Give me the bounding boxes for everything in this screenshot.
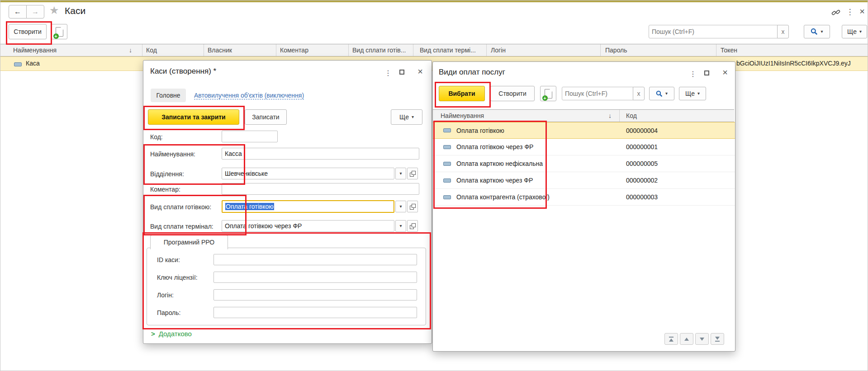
column-header-login[interactable]: Логін [487, 44, 601, 56]
branch-dropdown-button[interactable]: ▾ [395, 168, 406, 179]
dialog-kebab-icon[interactable]: ⋮ [384, 68, 393, 78]
select-button[interactable]: Вибрати [439, 86, 485, 101]
move-down-button[interactable] [695, 333, 709, 345]
column-header-cash-payment[interactable]: Вид сплати готів... [349, 44, 413, 56]
catalog-item-icon [443, 145, 451, 149]
code-field[interactable] [222, 131, 278, 142]
tab-auto-removal-link[interactable]: Автовилучення об'єктів (виключення) [194, 92, 304, 99]
list-item-counterparty-insurance[interactable]: Оплата контрагента (страхової) 000000003 [433, 189, 735, 206]
column-header-terminal-payment[interactable]: Вид сплати термі... [413, 44, 487, 56]
dialog-close-icon[interactable]: × [415, 66, 425, 77]
triangle-down-icon [700, 338, 704, 341]
name-field[interactable]: Касса [222, 148, 419, 160]
terminal-payment-field[interactable]: Оплата готівкою через ФР [222, 220, 394, 232]
open-form-icon [410, 171, 416, 177]
tab-main-label: Головне [156, 92, 180, 99]
main-more-button[interactable]: Ще ▾ [842, 25, 867, 38]
column-header-password[interactable]: Пароль [601, 44, 716, 56]
dropdown-icon: ▾ [412, 115, 414, 119]
picker-create-button[interactable]: Створити [490, 86, 535, 101]
terminal-payment-dropdown-button[interactable]: ▾ [395, 220, 406, 232]
save-and-close-button[interactable]: Записати та закрити [148, 109, 239, 125]
cash-payment-field-value: Оплата готівкою [225, 203, 274, 210]
picker-column-header-name[interactable]: Найменування ↓ [433, 110, 620, 122]
window-menu-kebab-icon[interactable]: ⋮ [845, 6, 854, 18]
create-button-label: Створити [14, 28, 41, 35]
picker-search-clear-button[interactable]: x [633, 87, 645, 100]
rro-license-key-label: Ключ ліцензії: [157, 274, 198, 281]
column-header-code[interactable]: Код [142, 44, 204, 56]
main-search-input[interactable] [652, 28, 774, 35]
main-table-header: Найменування ↓ Код Власник Коментар Вид … [0, 44, 868, 56]
picker-more-button[interactable]: Ще ▾ [679, 87, 706, 100]
column-header-label: Коментар [280, 47, 308, 54]
row-token-cell: bGciOiJIUzI1NiIsInR5cCI6IkpXVCJ9.eyJ [736, 60, 851, 67]
column-header-comment[interactable]: Коментар [276, 44, 349, 56]
window-close-icon[interactable]: × [857, 5, 867, 17]
tab-software-rro[interactable]: Програмний РРО [150, 235, 228, 249]
open-form-icon [410, 204, 416, 210]
list-item-card-nonfiscal[interactable]: Оплата карткою нефіскальна 000000005 [433, 155, 735, 172]
list-item-cash-via-fr[interactable]: Оплата готівкою через ФР 000000001 [433, 139, 735, 155]
dialog-more-button[interactable]: Ще ▾ [391, 109, 422, 125]
search-clear-button[interactable]: x [777, 25, 789, 38]
catalog-item-icon [443, 178, 451, 183]
cash-payment-open-button[interactable] [407, 201, 418, 212]
rro-login-field[interactable] [213, 289, 417, 301]
picker-search-options-button[interactable]: ▾ [649, 87, 674, 100]
terminal-payment-open-button[interactable] [407, 220, 418, 232]
terminal-payment-field-value: Оплата готівкою через ФР [225, 222, 302, 230]
move-to-bottom-button[interactable] [711, 333, 724, 345]
branch-open-button[interactable] [407, 168, 418, 179]
move-to-top-button[interactable] [664, 333, 678, 345]
picker-table-header: Найменування ↓ Код [433, 109, 734, 122]
triangle-down-icon [715, 337, 720, 340]
dialog-maximize-icon[interactable] [399, 70, 404, 75]
app-window: ← → ★ Каси ⋮ × Створити x ▾ Ще ▾ На [0, 0, 868, 371]
get-link-icon[interactable] [830, 7, 842, 19]
picker-copy-item-button[interactable] [540, 86, 556, 101]
expand-additional-label: Додатково [159, 330, 192, 338]
branch-field[interactable]: Шевченківське [222, 168, 394, 179]
picker-column-header-code[interactable]: Код [620, 110, 734, 122]
name-field-label: Найменування: [150, 150, 195, 158]
sort-desc-icon: ↓ [608, 112, 612, 119]
column-header-name[interactable]: Найменування ↓ [0, 44, 142, 56]
move-up-button[interactable] [680, 333, 693, 345]
cash-payment-dropdown-button[interactable]: ▾ [395, 201, 406, 212]
picker-search-input[interactable] [565, 90, 630, 97]
column-header-label: Логін [491, 47, 506, 54]
top-accent-bar [0, 0, 868, 2]
picker-search-field[interactable] [562, 87, 633, 100]
expand-additional-link[interactable]: > Додатково [151, 330, 192, 338]
forward-button[interactable]: → [26, 5, 44, 19]
clear-icon: x [782, 28, 785, 35]
bar-icon [715, 341, 720, 342]
picker-maximize-icon[interactable] [704, 70, 709, 75]
create-button[interactable]: Створити [9, 24, 47, 39]
picker-close-icon[interactable]: × [720, 66, 730, 78]
search-options-button[interactable]: ▾ [804, 25, 830, 38]
payment-types-picker-window: Види оплат послуг ⋮ × Вибрати Створити x… [432, 61, 735, 352]
copy-item-button[interactable] [51, 24, 67, 39]
list-item-card-via-fr[interactable]: Оплата карткою через ФР 000000002 [433, 172, 735, 189]
rro-password-field[interactable] [213, 307, 417, 318]
dropdown-icon: ▾ [821, 29, 823, 34]
list-item-code: 000000001 [626, 143, 658, 150]
back-button[interactable]: ← [9, 5, 27, 19]
cash-payment-field[interactable]: Оплата готівкою [222, 200, 394, 213]
column-header-token[interactable]: Токен [716, 44, 868, 56]
comment-field[interactable] [222, 183, 419, 195]
save-button[interactable]: Записати [245, 109, 287, 125]
picker-title: Види оплат послуг [439, 68, 505, 77]
list-item-name: Оплата контрагента (страхової) [456, 193, 550, 201]
rro-id-field[interactable] [213, 254, 417, 265]
dropdown-icon: ▾ [399, 204, 402, 209]
favorite-star-icon[interactable]: ★ [49, 4, 59, 17]
tab-main[interactable]: Головне [151, 89, 186, 102]
rro-license-key-field[interactable] [213, 272, 417, 283]
column-header-owner[interactable]: Власник [204, 44, 276, 56]
picker-kebab-icon[interactable]: ⋮ [688, 69, 697, 79]
list-item-cash-payment[interactable]: Оплата готівкою 000000004 [433, 122, 735, 139]
main-search-field[interactable] [649, 25, 778, 38]
